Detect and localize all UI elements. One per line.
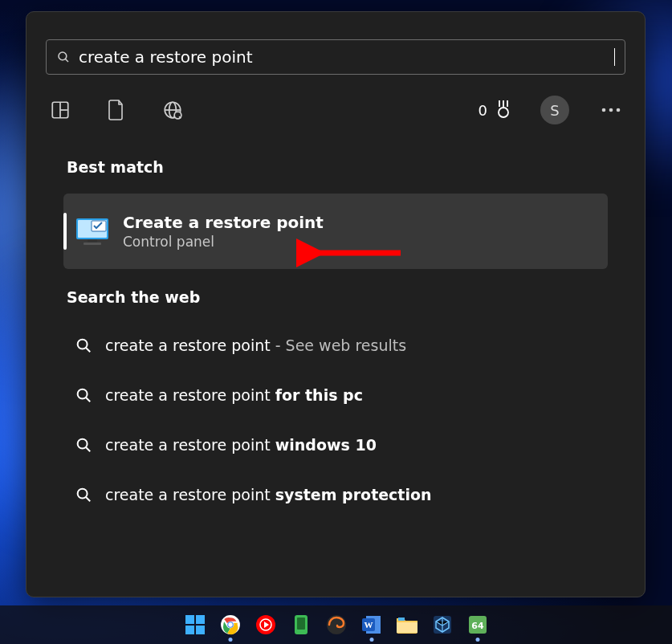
svg-point-11 (602, 108, 606, 112)
avatar-initial: S (550, 102, 559, 119)
rewards-button[interactable]: 0 (479, 99, 513, 121)
svg-text:W: W (364, 620, 373, 630)
svg-point-13 (617, 108, 621, 112)
taskbar-word-icon[interactable]: W (360, 613, 384, 637)
windows-search-panel: 0 S Best match Create a restore point (26, 11, 646, 597)
filter-web-icon[interactable] (158, 96, 187, 124)
svg-rect-29 (196, 615, 205, 624)
svg-rect-30 (185, 626, 194, 634)
web-result[interactable]: create a restore point for this pc (63, 370, 608, 420)
search-icon (75, 386, 92, 404)
svg-point-19 (78, 340, 88, 349)
best-match-title: Create a restore point (123, 213, 324, 232)
svg-line-1 (65, 59, 68, 62)
svg-rect-17 (88, 239, 97, 243)
filter-apps-icon[interactable] (46, 96, 75, 124)
search-filter-bar: 0 S (46, 91, 625, 129)
web-result[interactable]: create a restore point system protection (63, 470, 608, 520)
svg-rect-44 (398, 618, 405, 621)
search-icon (75, 336, 92, 354)
svg-line-22 (86, 397, 90, 401)
taskbar: W 64 (0, 605, 672, 644)
rewards-count: 0 (479, 102, 487, 119)
taskbar-chrome-icon[interactable] (218, 613, 242, 637)
search-input[interactable] (71, 47, 615, 67)
svg-point-12 (609, 108, 613, 112)
text-caret (614, 48, 615, 66)
svg-point-23 (78, 439, 88, 449)
web-results-list: create a restore point - See web results… (63, 320, 608, 520)
svg-line-20 (86, 348, 90, 352)
svg-point-0 (59, 52, 67, 60)
best-match-subtitle: Control panel (123, 234, 324, 250)
filter-documents-icon[interactable] (102, 96, 131, 124)
search-icon (75, 436, 92, 454)
taskbar-edge-canary-icon[interactable] (324, 613, 348, 637)
svg-line-24 (86, 447, 90, 451)
best-match-result[interactable]: Create a restore point Control panel (63, 194, 608, 269)
system-properties-icon (75, 215, 110, 247)
svg-text:64: 64 (471, 621, 484, 631)
search-web-heading: Search the web (67, 288, 645, 306)
taskbar-file-explorer-icon[interactable] (395, 613, 419, 637)
medal-icon (494, 99, 513, 121)
more-options-icon[interactable] (597, 96, 625, 124)
web-result[interactable]: create a restore point windows 10 (63, 420, 608, 470)
svg-line-26 (86, 497, 90, 501)
taskbar-start-button[interactable] (183, 613, 207, 637)
taskbar-phone-link-icon[interactable] (289, 613, 313, 637)
web-result[interactable]: create a restore point - See web results (63, 320, 608, 370)
svg-rect-18 (83, 243, 101, 245)
search-icon (75, 486, 92, 503)
svg-point-10 (499, 108, 508, 117)
svg-rect-38 (297, 618, 305, 630)
taskbar-youtube-music-icon[interactable] (254, 613, 278, 637)
user-avatar[interactable]: S (540, 96, 569, 124)
svg-point-25 (78, 489, 88, 499)
taskbar-notepad-plus-icon[interactable]: 64 (466, 613, 490, 637)
svg-rect-43 (397, 622, 417, 633)
search-bar[interactable] (46, 39, 625, 75)
taskbar-virtualbox-icon[interactable] (430, 613, 454, 637)
svg-point-34 (228, 622, 232, 626)
svg-point-21 (78, 389, 88, 399)
best-match-heading: Best match (67, 158, 645, 176)
search-icon (56, 50, 71, 64)
svg-rect-28 (185, 615, 194, 624)
svg-rect-31 (196, 626, 205, 634)
